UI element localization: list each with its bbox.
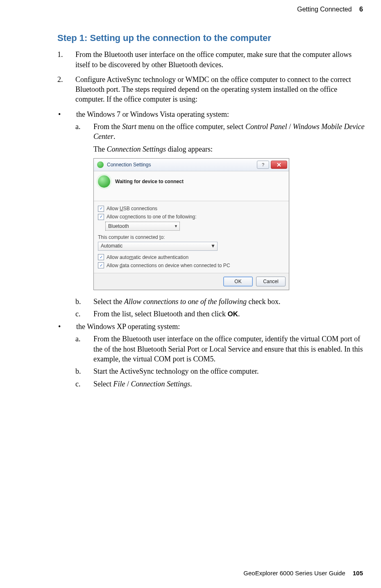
ui-term-file: File	[113, 380, 125, 388]
allow-auth-checkbox-row: Allow automatic device authentication	[98, 254, 285, 261]
connection-type-row: Bluetooth ▼	[105, 222, 285, 231]
dialog-title: Connection Settings	[107, 161, 257, 168]
titlebar-buttons: ?	[257, 161, 287, 169]
allow-data-label: Allow data connections on device when co…	[107, 262, 230, 269]
sub-letter: b.	[75, 297, 93, 306]
allow-usb-label: Allow USB connections	[107, 205, 157, 212]
ui-term-connection-settings: Connection Settings	[107, 145, 166, 153]
xp-step-c: c. Select File / Connection Settings.	[75, 379, 365, 389]
text-fragment: Select the	[93, 297, 124, 306]
win7-step-a: a. From the Start menu on the office com…	[75, 122, 365, 142]
dialog-body: Allow USB connections Allow connections …	[94, 201, 289, 273]
bullet-item-xp: • the Windows XP operating system:	[57, 322, 365, 331]
text-fragment: atic device authentication	[133, 254, 188, 260]
ok-button[interactable]: OK	[223, 277, 253, 286]
close-button[interactable]	[271, 161, 287, 169]
sub-text: From the Start menu on the office comput…	[93, 122, 365, 142]
content-body: 1. From the Bluetooth user interface on …	[57, 50, 365, 389]
step-heading: Step 1: Setting up the connection to the…	[57, 32, 381, 44]
status-text: Waiting for device to connect	[115, 178, 184, 185]
text-fragment: Allow auto	[107, 254, 129, 260]
win7-step-a-note: The Connection Settings dialog appears:	[93, 144, 365, 154]
bullet-text: the Windows 7 or Windows Vista operating…	[76, 109, 365, 119]
select-value: Bluetooth	[108, 223, 129, 229]
list-number: 1.	[57, 50, 75, 70]
text-fragment: From the list, select Bluetooth and then…	[93, 310, 227, 318]
dialog-status-bar: Waiting for device to connect	[94, 171, 289, 201]
text-fragment: Select	[93, 380, 113, 388]
connected-to-select[interactable]: Automatic ▼	[98, 242, 218, 251]
connected-to-label: This computer is connected to:	[98, 234, 285, 241]
button-label: Cancel	[263, 278, 278, 285]
bullet-item-win7: • the Windows 7 or Windows Vista operati…	[57, 109, 365, 119]
help-button[interactable]: ?	[257, 161, 269, 169]
sub-text: From the list, select Bluetooth and then…	[93, 309, 365, 319]
allow-connections-checkbox[interactable]	[98, 214, 104, 220]
text-fragment: SB connections	[123, 206, 157, 211]
help-glyph: ?	[262, 162, 264, 168]
ui-term-connection-settings: Connection Settings	[131, 380, 190, 388]
page-header: Getting Connected 6	[0, 0, 381, 14]
sub-letter: a.	[75, 122, 93, 142]
accelerator-char: d	[120, 263, 122, 268]
connection-settings-dialog: Connection Settings ? Waiting for device…	[93, 158, 289, 290]
allow-connections-label: Allow connections to one of the followin…	[107, 213, 197, 220]
list-text: Configure ActiveSync technology or WMDC …	[75, 75, 365, 104]
allow-usb-checkbox[interactable]	[98, 206, 104, 212]
cancel-button[interactable]: Cancel	[256, 277, 286, 286]
list-item-1: 1. From the Bluetooth user interface on …	[57, 50, 365, 70]
close-icon	[277, 163, 281, 167]
bullet-icon: •	[57, 109, 76, 119]
text-fragment: ata connections on device when connected…	[122, 263, 230, 268]
guide-title: GeoExplorer 6000 Series User Guide	[243, 570, 345, 577]
text-fragment: /	[125, 380, 131, 388]
allow-usb-checkbox-row: Allow USB connections	[98, 205, 285, 212]
chevron-down-icon: ▼	[211, 243, 215, 249]
sub-text: Start the ActiveSync technology on the o…	[93, 366, 365, 376]
allow-data-checkbox-row: Allow data connections on device when co…	[98, 262, 285, 269]
sub-text: Select the Allow connections to one of t…	[93, 297, 365, 306]
status-icon	[98, 175, 110, 188]
xp-step-b: b. Start the ActiveSync technology on th…	[75, 366, 365, 376]
ui-button-ok: OK	[227, 310, 238, 318]
sub-letter: b.	[75, 366, 93, 376]
allow-auth-checkbox[interactable]	[98, 254, 104, 260]
text-fragment: From the	[93, 123, 122, 131]
text-fragment: Allow co	[107, 214, 125, 220]
list-text: From the Bluetooth user interface on the…	[75, 50, 365, 70]
text-fragment: Allow	[107, 263, 120, 268]
allow-data-checkbox[interactable]	[98, 262, 104, 268]
sub-letter: c.	[75, 379, 93, 389]
button-label: OK	[234, 278, 241, 285]
sub-text: From the Bluetooth user interface on the…	[93, 334, 365, 364]
allow-auth-label: Allow automatic device authentication	[107, 254, 188, 261]
text-fragment: .	[113, 132, 116, 141]
text-fragment: The	[93, 145, 107, 153]
dialog-titlebar: Connection Settings ?	[94, 159, 289, 171]
page-number: 105	[353, 570, 363, 577]
text-fragment: check box.	[247, 297, 280, 306]
text-fragment: /	[287, 123, 293, 131]
chapter-number: 6	[359, 6, 363, 13]
select-value: Automatic	[101, 243, 122, 249]
list-item-2: 2. Configure ActiveSync technology or WM…	[57, 75, 365, 104]
allow-connections-checkbox-row: Allow connections to one of the followin…	[98, 213, 285, 220]
sub-letter: c.	[75, 309, 93, 319]
sub-letter: a.	[75, 334, 93, 364]
text-fragment: .	[190, 380, 192, 388]
text-fragment: This computer is connected	[98, 234, 159, 240]
connection-settings-screenshot: Connection Settings ? Waiting for device…	[93, 158, 289, 290]
ui-term-start: Start	[122, 123, 136, 131]
text-fragment: menu on the office computer, select	[136, 123, 245, 131]
connection-type-select[interactable]: Bluetooth ▼	[105, 222, 180, 231]
xp-step-a: a. From the Bluetooth user interface on …	[75, 334, 365, 364]
text-fragment: Allow	[107, 206, 120, 211]
sub-text: Select File / Connection Settings.	[93, 379, 365, 389]
dialog-footer: OK Cancel	[94, 273, 289, 290]
bullet-text: the Windows XP operating system:	[76, 322, 365, 331]
chapter-title: Getting Connected	[297, 6, 352, 13]
list-number: 2.	[57, 75, 75, 104]
ui-term-allow-connections: Allow connections to one of the followin…	[124, 297, 247, 306]
text-fragment: o:	[161, 234, 165, 240]
win7-step-c: c. From the list, select Bluetooth and t…	[75, 309, 365, 319]
